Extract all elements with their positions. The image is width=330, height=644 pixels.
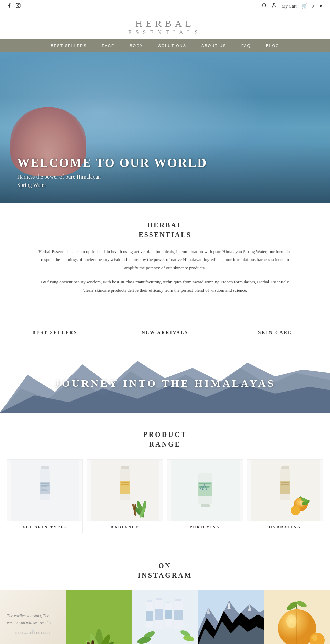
nav-face[interactable]: FACE <box>95 39 122 52</box>
product-range-section: PRODUCT RANGE All SKIN TYPES <box>0 413 330 544</box>
about-title: HERBAL ESSENTIALS <box>21 220 309 239</box>
tab-best-sellers[interactable]: BEST SELLERS <box>0 325 110 340</box>
svg-rect-0 <box>16 3 20 8</box>
product-visual-1 <box>11 460 79 521</box>
svg-rect-66 <box>155 609 163 620</box>
product-grid: All SKIN TYPES <box>7 459 323 533</box>
nav-blog[interactable]: BLOG <box>258 39 287 52</box>
instagram-item-5[interactable] <box>264 590 330 644</box>
svg-rect-63 <box>146 611 153 621</box>
instagram-title: ON INSTAGRAM <box>0 561 330 580</box>
svg-rect-16 <box>41 488 48 488</box>
product-name-purifying: PURIFYING <box>167 525 243 529</box>
svg-line-4 <box>265 6 266 7</box>
instagram-section: ON INSTAGRAM The earlier you start, The … <box>0 544 330 644</box>
nav-body[interactable]: BODY <box>122 39 151 52</box>
svg-rect-10 <box>41 466 49 469</box>
svg-rect-67 <box>156 598 162 600</box>
nav-about-us[interactable]: ABOUT US <box>194 39 234 52</box>
instagram-item-1[interactable]: The earlier you start, The earlier you w… <box>0 590 66 644</box>
product-image-purifying <box>167 460 243 521</box>
cart-icon[interactable]: 🛒 <box>301 3 307 9</box>
product-name-all-skin: All SKIN TYPES <box>7 525 82 529</box>
aloe-svg <box>66 590 132 644</box>
svg-rect-40 <box>281 466 289 469</box>
svg-point-2 <box>19 4 20 4</box>
mountains-banner-text: JOURNEY INTO THE HIMALAYAS <box>55 377 276 389</box>
svg-rect-36 <box>199 486 210 487</box>
about-paragraph1: Herbal Essentials seeks to optimise skin… <box>38 248 292 272</box>
product-visual-3 <box>171 460 240 521</box>
svg-rect-72 <box>174 610 183 620</box>
svg-rect-15 <box>41 486 47 487</box>
product-card-purifying[interactable]: PURIFYING <box>167 459 243 533</box>
svg-rect-24 <box>121 484 129 485</box>
svg-rect-64 <box>147 600 152 602</box>
nav-faq[interactable]: FAQ <box>234 39 258 52</box>
nav-solutions[interactable]: SOLUTIONS <box>151 39 194 52</box>
instagram-fruit-image <box>264 590 330 644</box>
svg-rect-69 <box>165 610 172 619</box>
instagram-grid: The earlier you start, The earlier you w… <box>0 590 330 644</box>
product-name-radiance: RADIANCE <box>87 525 163 529</box>
hero-subtitle: Harness the power of pure Himalayan Spri… <box>17 173 207 189</box>
product-name-hydrating: HYDRATING <box>248 525 323 529</box>
svg-point-91 <box>286 614 297 628</box>
category-tabs: BEST SELLERS NEW ARRIVALS SKIN CARE <box>0 314 330 354</box>
product-visual-2 <box>91 460 160 521</box>
svg-point-1 <box>18 4 19 6</box>
hero-title: WELCOME TO OUR WORLD <box>17 156 207 170</box>
logo-line2[interactable]: ESSENTIALS <box>0 29 330 35</box>
about-paragraph2: By fusing ancient beauty wisdom, with be… <box>38 278 292 294</box>
cart-label[interactable]: My Cart <box>282 3 297 9</box>
cart-count: 0 <box>312 3 314 9</box>
instagram-item-4[interactable] <box>198 590 264 644</box>
instagram-item-2[interactable] <box>66 590 132 644</box>
product-card-hydrating[interactable]: HYDRATING <box>247 459 323 533</box>
product-image-radiance <box>87 460 163 521</box>
svg-rect-34 <box>199 483 211 484</box>
product-range-title: PRODUCT RANGE <box>7 430 323 449</box>
cart-dropdown-icon[interactable]: ▼ <box>319 3 323 9</box>
product-card-radiance[interactable]: RADIANCE <box>87 459 163 533</box>
logo-line1[interactable]: HERBAL <box>0 18 330 29</box>
logo-section: HERBAL ESSENTIALS <box>0 12 330 39</box>
svg-rect-70 <box>166 602 170 603</box>
svg-point-3 <box>262 3 266 7</box>
svg-rect-17 <box>41 489 46 490</box>
account-icon[interactable] <box>272 3 277 9</box>
nav-best-sellers[interactable]: BEST SELLERS <box>43 39 94 52</box>
svg-point-49 <box>291 506 300 515</box>
tab-new-arrivals[interactable]: NEW ARRIVALS <box>110 325 220 340</box>
social-icons <box>7 3 21 9</box>
main-navigation: BEST SELLERS FACE BODY SOLUTIONS ABOUT U… <box>0 39 330 52</box>
svg-point-5 <box>273 3 275 5</box>
mountains-banner: JOURNEY INTO THE HIMALAYAS <box>0 354 330 413</box>
svg-rect-44 <box>281 484 289 485</box>
product-image-hydrating <box>248 460 323 521</box>
svg-rect-14 <box>41 485 49 486</box>
svg-rect-23 <box>121 482 129 483</box>
svg-rect-38 <box>201 504 210 507</box>
instagram-quote-block: The earlier you start, The earlier you w… <box>7 612 59 635</box>
product-visual-4 <box>251 460 320 521</box>
product-image-all-skin <box>7 460 82 521</box>
hero-banner: WELCOME TO OUR WORLD Harness the power o… <box>0 52 330 203</box>
svg-rect-43 <box>281 482 289 483</box>
instagram-item-3[interactable] <box>132 590 198 644</box>
tab-skin-care[interactable]: SKIN CARE <box>220 325 330 340</box>
product-card-all-skin[interactable]: All SKIN TYPES <box>7 459 83 533</box>
instagram-brand-label: ⬜ HERBAL ESSENTIALS <box>7 629 59 634</box>
instagram-mountain-image <box>198 590 264 644</box>
svg-rect-18 <box>41 490 48 491</box>
about-section: HERBAL ESSENTIALS Herbal Essentials seek… <box>0 203 330 310</box>
svg-rect-73 <box>175 599 182 601</box>
products-svg <box>132 590 198 644</box>
svg-rect-20 <box>121 466 129 469</box>
facebook-icon[interactable] <box>7 3 12 9</box>
fruit-svg <box>264 590 330 644</box>
svg-point-96 <box>312 635 317 641</box>
search-icon[interactable] <box>262 3 267 9</box>
instagram-quote-text: The earlier you start, The earlier you w… <box>7 612 59 626</box>
instagram-icon[interactable] <box>16 3 21 9</box>
